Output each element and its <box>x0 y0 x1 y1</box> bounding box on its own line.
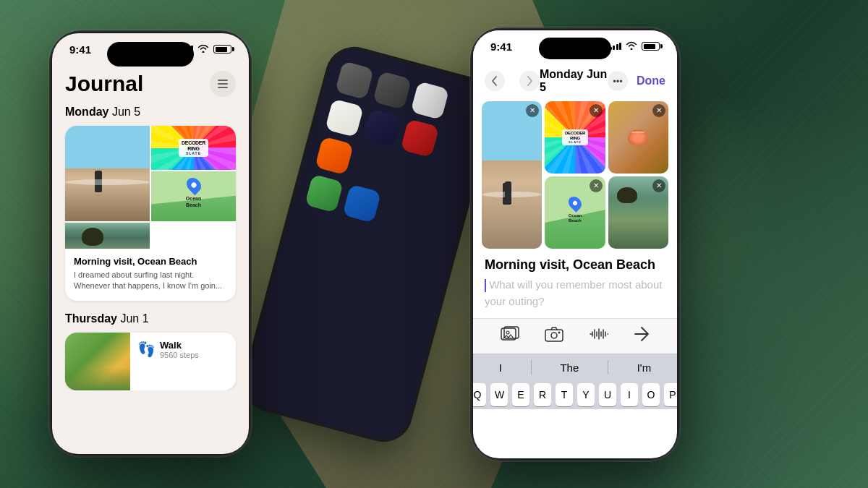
walk-label: Walk <box>160 340 199 351</box>
menu-line-3 <box>218 87 228 88</box>
more-dots: ••• <box>613 76 623 87</box>
journal-entry-card[interactable]: DECODERRING SLATE <box>65 126 236 301</box>
close-x-map: ✕ <box>593 182 599 189</box>
dog-photo-cell <box>65 223 150 249</box>
editor-shell-shape <box>628 129 648 145</box>
map-pin-center <box>190 181 197 189</box>
journal-title: Journal <box>65 72 143 96</box>
ocean-beach-map-cell: OceanBeach <box>151 171 236 221</box>
beach-photo-cell <box>65 126 150 221</box>
close-x-shell: ✕ <box>656 107 662 114</box>
thursday-activity-info: 👣 Walk 9560 steps <box>130 333 206 390</box>
p2-signal-bar-2 <box>613 46 615 50</box>
ocean-beach-map: OceanBeach <box>151 171 236 221</box>
key-r[interactable]: R <box>534 383 551 406</box>
decoder-title: DECODERRING <box>182 140 205 151</box>
suggestion-i[interactable]: I <box>499 361 502 374</box>
editor-photo-grid: ✕ DECODERRING SLATE ✕ <box>473 101 677 249</box>
editor-dog-close[interactable]: ✕ <box>652 179 665 192</box>
menu-button[interactable] <box>210 71 236 97</box>
svg-point-5 <box>558 332 561 334</box>
editor-beach-photo <box>482 101 542 249</box>
key-i[interactable]: I <box>621 383 638 406</box>
editor-beach-waves <box>482 192 542 197</box>
phone-journal-list: 9:41 <box>49 30 252 457</box>
svg-rect-3 <box>545 330 563 341</box>
app-icon-maps <box>315 136 354 175</box>
phone2-screen: 9:41 <box>473 30 677 458</box>
photo-library-button[interactable] <box>501 326 519 346</box>
decoder-text: DECODERRING SLATE <box>179 139 208 157</box>
map-pin-shape <box>183 175 203 195</box>
editor-dog-cell: ✕ <box>608 176 668 249</box>
editor-beach-cell: ✕ <box>482 101 542 249</box>
close-x-beach: ✕ <box>529 107 535 114</box>
key-w[interactable]: W <box>490 383 508 406</box>
app-icon-reminders <box>410 81 449 120</box>
svg-point-2 <box>506 331 509 334</box>
editor-decoder-brand: SLATE <box>565 140 585 144</box>
section-date-monday: Monday Jun 5 <box>65 106 236 119</box>
decoder-ring-cell: DECODERRING SLATE <box>151 126 236 170</box>
app-icon-clock <box>335 61 374 100</box>
wifi-icon-phone2 <box>626 40 637 53</box>
app-icon-appletv <box>362 108 401 147</box>
editor-map-close[interactable]: ✕ <box>590 179 603 192</box>
suggestion-im[interactable]: I'm <box>637 361 652 374</box>
battery-fill-phone1 <box>216 47 227 52</box>
camera-button[interactable] <box>545 326 563 346</box>
svg-point-4 <box>551 333 557 338</box>
journal-header: Journal <box>65 65 236 106</box>
close-x-dog: ✕ <box>656 182 662 189</box>
key-o[interactable]: O <box>642 383 660 406</box>
editor-shell-cell: ✕ <box>608 101 668 174</box>
send-button[interactable] <box>634 326 650 346</box>
key-p[interactable]: P <box>664 383 677 406</box>
key-q[interactable]: Q <box>473 383 486 406</box>
menu-line-2 <box>218 83 228 85</box>
app-icon-mail <box>342 184 381 223</box>
editor-entry-title: Morning visit, Ocean Beach <box>485 257 665 273</box>
thursday-landscape-photo <box>65 333 130 390</box>
editor-decoder-text: DECODERRING SLATE <box>562 129 588 145</box>
editor-nav-right: ••• Done <box>608 71 665 91</box>
section-date-thursday: Thursday Jun 1 <box>65 312 236 325</box>
thursday-card[interactable]: 👣 Walk 9560 steps <box>65 333 236 390</box>
editor-map-pin-center <box>572 200 578 206</box>
decoder-ring-art: DECODERRING SLATE <box>151 126 236 170</box>
editor-decoder-title: DECODERRING <box>565 131 585 140</box>
app-icon-notes <box>325 98 364 137</box>
editor-decoder-close[interactable]: ✕ <box>590 104 603 117</box>
beach-photo <box>65 126 150 221</box>
nav-forward-button[interactable] <box>519 71 540 91</box>
suggestion-the[interactable]: The <box>560 361 579 374</box>
editor-done-button[interactable]: Done <box>637 74 665 87</box>
p2-signal-bar-4 <box>619 43 621 50</box>
battery-fill-phone2 <box>644 44 655 49</box>
waveform-button[interactable] <box>590 326 608 346</box>
phone-journal-editor: 9:41 <box>470 27 680 461</box>
status-time-phone2: 9:41 <box>490 40 512 53</box>
placeholder-content: What will you remember most about your o… <box>485 278 662 307</box>
app-icon-health <box>305 174 344 213</box>
key-y[interactable]: Y <box>577 383 595 406</box>
entry-card-title: Morning visit, Ocean Beach <box>74 256 227 267</box>
editor-ocean-beach-cell: OceanBeach ✕ <box>545 176 605 249</box>
editor-more-button[interactable]: ••• <box>608 71 628 91</box>
editor-shell-close[interactable]: ✕ <box>652 104 665 117</box>
nav-back-forward <box>485 71 540 91</box>
dog-photo <box>65 223 150 249</box>
editor-text-area[interactable]: Morning visit, Ocean Beach What will you… <box>473 257 677 318</box>
battery-icon-phone2 <box>642 42 660 51</box>
key-t[interactable]: T <box>556 383 573 406</box>
editor-ocean-beach-label: OceanBeach <box>569 213 582 223</box>
editor-map-pin-group: OceanBeach <box>569 196 582 223</box>
dynamic-island-phone1 <box>107 42 194 67</box>
nav-back-button[interactable] <box>485 71 505 91</box>
editor-placeholder-text: What will you remember most about your o… <box>485 277 665 309</box>
section-date-thursday-value: Jun 1 <box>120 312 148 325</box>
editor-nav-bar: Monday Jun 5 ••• Done <box>473 62 677 101</box>
key-u[interactable]: U <box>599 383 616 406</box>
key-e[interactable]: E <box>512 383 529 406</box>
close-x-decoder: ✕ <box>593 107 599 114</box>
